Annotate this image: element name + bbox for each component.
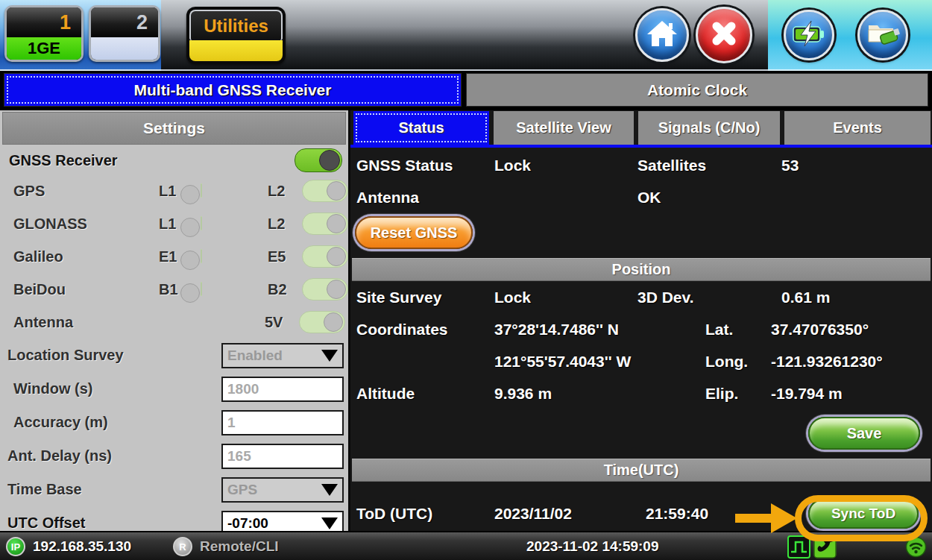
reset-gnss-button[interactable]: Reset GNSS — [355, 216, 473, 249]
tab-satellite-view[interactable]: Satellite View — [494, 111, 634, 145]
glonass-l1-toggle[interactable] — [201, 216, 202, 230]
save-label: Save — [847, 425, 882, 442]
close-icon — [708, 17, 740, 53]
content-area: Settings GNSS Receiver GPS L1 L2 GLONASS… — [0, 110, 932, 531]
site-survey-row: Site Survey Lock 3D Dev. 0.61 m — [350, 281, 932, 313]
battery-status-button[interactable] — [784, 10, 834, 60]
time-section-header: Time(UTC) — [352, 459, 931, 482]
dropdown-arrow-icon — [321, 350, 338, 362]
time-base-select[interactable]: GPS — [221, 477, 344, 503]
beidou-label: BeiDou — [13, 281, 159, 298]
location-survey-value: Enabled — [227, 347, 283, 364]
sync-tod-label: Sync ToD — [831, 506, 895, 522]
close-button[interactable] — [696, 7, 752, 63]
tab-events-label: Events — [833, 119, 882, 136]
coordinates-long-dms: 121°55'57.4043'' W — [494, 353, 705, 371]
galileo-row: Galileo E1 E5 — [0, 240, 348, 273]
coordinates-label: Coordinates — [356, 321, 494, 339]
tab-multiband-gnss-receiver[interactable]: Multi-band GNSS Receiver — [4, 73, 462, 107]
beidou-band2-label: B2 — [268, 281, 302, 298]
coordinates-long-row: 121°55'57.4043'' W Long. -121.93261230° — [350, 345, 932, 377]
tod-row: ToD (UTC) 2023/11/02 21:59:40 Sync ToD — [350, 497, 932, 531]
port-tab-1[interactable]: 1 1GE — [4, 5, 84, 62]
gps-l1-toggle[interactable] — [201, 183, 202, 198]
remote-badge-text: R — [179, 541, 186, 553]
ip-address: 192.168.35.130 — [33, 538, 131, 555]
tab-signals-cno[interactable]: Signals (C/No) — [638, 111, 780, 145]
lat-value: 37.47076350° — [771, 321, 932, 339]
gps-band2-label: L2 — [268, 183, 302, 200]
window-row: Window (s) — [0, 372, 348, 406]
file-manager-button[interactable] — [857, 10, 908, 60]
toggle-knob — [327, 280, 346, 299]
toggle-knob — [327, 181, 346, 201]
tab-gnss-label: Multi-band GNSS Receiver — [134, 81, 332, 99]
sync-tod-button[interactable]: Sync ToD — [808, 499, 919, 529]
home-button[interactable] — [635, 8, 689, 62]
coordinates-lat-row: Coordinates 37°28'14.7486'' N Lat. 37.47… — [350, 313, 932, 345]
elip-label: Elip. — [705, 385, 771, 403]
ant-delay-label: Ant. Delay (ns) — [7, 447, 221, 465]
location-survey-select[interactable]: Enabled — [221, 343, 344, 368]
galileo-label: Galileo — [13, 248, 159, 265]
accuracy-row: Accuracy (m) — [0, 406, 348, 439]
utilities-button-accent — [189, 40, 283, 61]
ant-delay-input-box — [221, 444, 344, 469]
toggle-knob — [180, 218, 200, 237]
save-button[interactable]: Save — [808, 417, 920, 450]
long-value: -121.93261230° — [771, 353, 932, 371]
toggle-knob — [319, 150, 340, 171]
coordinates-lat-dms: 37°28'14.7486'' N — [494, 321, 705, 339]
status-content: GNSS Status Lock Satellites 53 Antenna O… — [350, 148, 932, 531]
gnss-receiver-label: GNSS Receiver — [9, 152, 118, 169]
position-title: Position — [612, 261, 671, 278]
altitude-row: Altitude 9.936 m Elip. -19.794 m — [350, 377, 932, 409]
time-base-label: Time Base — [7, 481, 221, 498]
device-screen: 1 1GE 2 Utilities — [0, 0, 932, 560]
utc-offset-label: UTC Offset — [7, 515, 221, 532]
gnss-status-row: GNSS Status Lock Satellites 53 — [350, 149, 932, 182]
dropdown-arrow-icon — [321, 484, 338, 496]
ant-delay-input[interactable] — [227, 448, 338, 465]
gnss-status-value: Lock — [494, 157, 637, 174]
port-tab-2[interactable]: 2 — [89, 5, 160, 62]
location-survey-label: Location Survey — [7, 347, 221, 364]
settings-title: Settings — [143, 119, 205, 137]
time-base-value: GPS — [227, 482, 257, 498]
accuracy-input[interactable] — [227, 415, 338, 431]
reset-gnss-row: Reset GNSS — [350, 213, 932, 252]
antenna-status-value: OK — [637, 189, 781, 207]
accuracy-input-box — [221, 410, 344, 435]
tab-events[interactable]: Events — [784, 111, 931, 145]
tab-signals-label: Signals (C/No) — [658, 119, 761, 136]
ip-badge-icon: IP — [6, 537, 25, 556]
settings-panel: Settings GNSS Receiver GPS L1 L2 GLONASS… — [0, 110, 350, 531]
tab-atomic-label: Atomic Clock — [647, 81, 747, 99]
tab-status[interactable]: Status — [353, 111, 489, 145]
antenna-row: Antenna 5V — [0, 306, 348, 339]
port-1-number: 1 — [7, 7, 81, 37]
gps-label: GPS — [13, 183, 159, 200]
tab-atomic-clock[interactable]: Atomic Clock — [466, 73, 928, 107]
gnss-receiver-toggle[interactable] — [295, 148, 342, 172]
location-survey-row: Location Survey Enabled — [0, 339, 348, 372]
time-utc-title: Time(UTC) — [604, 462, 679, 479]
beidou-b1-toggle[interactable] — [201, 282, 202, 296]
gps-l2-toggle[interactable] — [302, 180, 348, 202]
toggle-knob — [180, 251, 200, 270]
tod-date: 2023/11/02 — [494, 505, 646, 523]
port-1-rate-label: 1GE — [7, 37, 81, 60]
remote-mode-label: Remote/CLI — [200, 538, 279, 555]
port-2-rate-label — [91, 37, 158, 60]
window-label: Window (s) — [7, 380, 221, 397]
glonass-band2-label: L2 — [268, 215, 302, 233]
utc-offset-value: -07:00 — [227, 515, 268, 532]
glonass-l2-toggle[interactable] — [302, 213, 348, 235]
beidou-b2-toggle[interactable] — [302, 278, 348, 301]
utilities-button[interactable]: Utilities — [186, 7, 286, 64]
window-input[interactable] — [227, 381, 338, 397]
galileo-e5-toggle[interactable] — [302, 245, 348, 268]
galileo-e1-toggle[interactable] — [201, 249, 202, 263]
antenna-5v-toggle[interactable] — [299, 311, 345, 333]
glonass-row: GLONASS L1 L2 — [0, 207, 348, 240]
